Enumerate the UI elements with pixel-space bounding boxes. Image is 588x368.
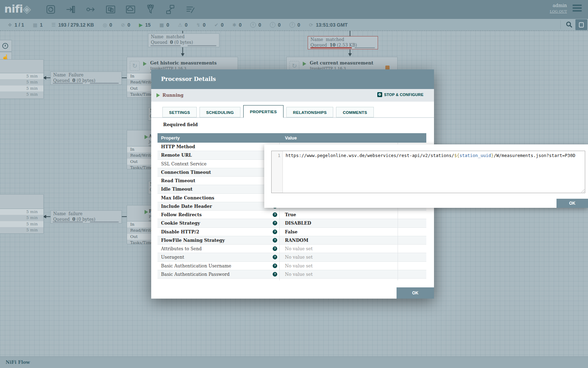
value-column-header: Value <box>279 135 398 141</box>
queued-size: (0 bytes) <box>77 217 95 222</box>
processor-toolbar-icon[interactable] <box>46 4 56 15</box>
status-locally-modified: ✱0 <box>232 22 242 28</box>
editor-ok-button[interactable]: OK <box>556 199 588 208</box>
stop-and-configure-button[interactable]: ⚙ STOP & CONFIGURE <box>377 92 424 97</box>
help-icon[interactable]: ? <box>273 238 277 243</box>
help-icon[interactable]: ? <box>273 246 277 251</box>
property-value: False <box>285 229 298 234</box>
label-toolbar-icon[interactable] <box>185 4 196 15</box>
nifi-application: ☝ 5 min 5 min 5 min 5 min 5 min 5 min 5 … <box>0 0 588 368</box>
queued-icon: ☰ <box>51 22 56 28</box>
status-running: ▶15 <box>139 22 150 28</box>
stat-value: 5 min <box>0 86 43 91</box>
remote-process-group-toolbar-icon[interactable] <box>125 4 136 15</box>
input-port-toolbar-icon[interactable] <box>65 4 76 15</box>
status-stale: ↑0 <box>250 22 261 28</box>
tab-properties[interactable]: PROPERTIES <box>243 105 284 118</box>
dialog-ok-button[interactable]: OK <box>397 287 434 299</box>
property-row[interactable]: Cookie Strategy?DISABLED <box>158 219 426 227</box>
connection-label-matched-alert[interactable]: Name matched Queued 10 (2.53 KB) <box>308 36 378 49</box>
queued-count: 0 <box>72 217 75 222</box>
connection-label-failure-top[interactable]: Name Failure Queued 0 (0 bytes) <box>50 71 122 85</box>
output-port-toolbar-icon[interactable] <box>85 4 96 15</box>
transmitting-icon: ◎ <box>103 22 107 28</box>
processor-title: Get historic measurements <box>150 60 217 66</box>
stat-value: 5 min <box>0 79 43 85</box>
property-row[interactable]: FlowFile Naming Strategy?RANDOM <box>158 236 426 245</box>
processor-left-top[interactable]: 5 min 5 min 5 min 5 min <box>0 59 44 99</box>
invalid-icon: ⚠ <box>178 22 182 28</box>
property-name: HTTP Method <box>161 144 195 149</box>
queue-name: matched <box>166 34 185 39</box>
logout-link[interactable]: LOG OUT <box>550 9 567 13</box>
help-icon[interactable]: ? <box>273 272 277 277</box>
queued-count: 0 <box>72 78 75 83</box>
queue-name-label: Name <box>53 211 66 216</box>
line-number-gutter: 1 <box>272 151 283 193</box>
connection-label-failure-bottom[interactable]: Name failure Queued 0 (0 bytes) <box>50 210 122 224</box>
refresh-icon[interactable]: ⟳ <box>309 22 313 28</box>
property-value-editor: 1 https://www.pegelonline.wsv.de/webserv… <box>264 144 588 208</box>
connection-label-matched[interactable]: Name matched Queued 0 (0 bytes) <box>148 33 219 47</box>
queue-progress-bar <box>53 83 83 84</box>
stale-icon: ↑ <box>250 22 256 28</box>
code-segment-plain: https://www.pegelonline.wsv.de/webservic… <box>286 153 454 158</box>
queued-count: 10 <box>330 43 336 48</box>
tab-scheduling[interactable]: SCHEDULING <box>200 107 240 117</box>
queue-name: matched <box>326 37 344 42</box>
property-row[interactable]: Basic Authentication Password?No value s… <box>158 270 426 279</box>
property-row[interactable]: Useragent?No value set <box>158 253 426 261</box>
property-row[interactable]: ? <box>158 279 426 280</box>
status-count: 0 <box>239 22 241 28</box>
queue-progress-bar <box>90 222 119 223</box>
running-indicator-icon <box>156 93 160 97</box>
help-icon[interactable]: ? <box>273 212 277 217</box>
app-header: nifi◈ admin LOG OUT <box>0 0 588 19</box>
search-icon[interactable] <box>566 21 573 29</box>
queue-progress-bar <box>188 45 216 46</box>
status-count: 193 / 279.12 KB <box>58 22 94 28</box>
property-name: Max Idle Connections <box>161 195 214 200</box>
queue-progress-bar <box>53 222 83 223</box>
resize-handle-icon[interactable] <box>581 189 584 192</box>
help-icon[interactable]: ? <box>273 230 277 234</box>
property-row[interactable]: Disable HTTP/2?False <box>158 228 426 236</box>
stat-value: 5 min <box>0 209 43 215</box>
status-bar: ❖1 / 1▦1☰193 / 279.12 KB◎0⊘0▶15■0⚠0↯0✔0✱… <box>0 19 588 30</box>
global-menu-icon[interactable] <box>573 5 582 13</box>
status-count: 0 <box>298 22 300 28</box>
property-name: Cookie Strategy <box>161 220 200 226</box>
help-icon[interactable]: ? <box>273 255 277 259</box>
not-transmitting-icon: ⊘ <box>121 22 125 28</box>
settings-panel-icon[interactable] <box>575 19 587 30</box>
processor-run-status: Running <box>162 93 183 98</box>
tab-comments[interactable]: COMMENTS <box>336 107 373 117</box>
help-icon[interactable]: ? <box>273 264 277 268</box>
editor-code-line[interactable]: https://www.pegelonline.wsv.de/webservic… <box>283 151 585 193</box>
code-segment-variable: station_uuid <box>460 153 491 158</box>
funnel-toolbar-icon[interactable] <box>145 4 156 15</box>
running-icon: ▶ <box>139 22 143 28</box>
tab-relationships[interactable]: RELATIONSHIPS <box>286 107 333 117</box>
navigate-panel[interactable] <box>0 40 12 52</box>
status-sync-failure: ?0 <box>289 22 300 28</box>
property-name: SSL Context Service <box>161 161 206 166</box>
help-icon[interactable]: ? <box>273 221 277 225</box>
processor-left-bottom[interactable]: 5 min 5 min 5 min 5 min <box>0 194 44 234</box>
dialog-title: Processor Details <box>161 76 216 82</box>
property-row[interactable]: Basic Authentication Username?No value s… <box>158 262 426 270</box>
property-row[interactable]: Attributes to Send?No value set <box>158 245 426 253</box>
process-group-toolbar-icon[interactable] <box>105 4 116 15</box>
status-not-transmitting: ⊘0 <box>121 22 130 28</box>
property-value: No value set <box>285 246 313 251</box>
template-toolbar-icon[interactable] <box>165 4 176 15</box>
queue-progress-bar <box>310 47 352 48</box>
property-row[interactable]: Follow Redirects?True <box>158 211 426 219</box>
queued-label: Queued <box>53 78 70 83</box>
tab-settings[interactable]: SETTINGS <box>162 107 197 117</box>
breadcrumb[interactable]: NiFi Flow <box>6 360 30 365</box>
queued-size: (0 bytes) <box>174 40 193 45</box>
queued-label: Queued <box>151 40 167 45</box>
running-indicator-icon <box>145 135 148 139</box>
value-editor-textarea[interactable]: 1 https://www.pegelonline.wsv.de/webserv… <box>271 151 585 193</box>
